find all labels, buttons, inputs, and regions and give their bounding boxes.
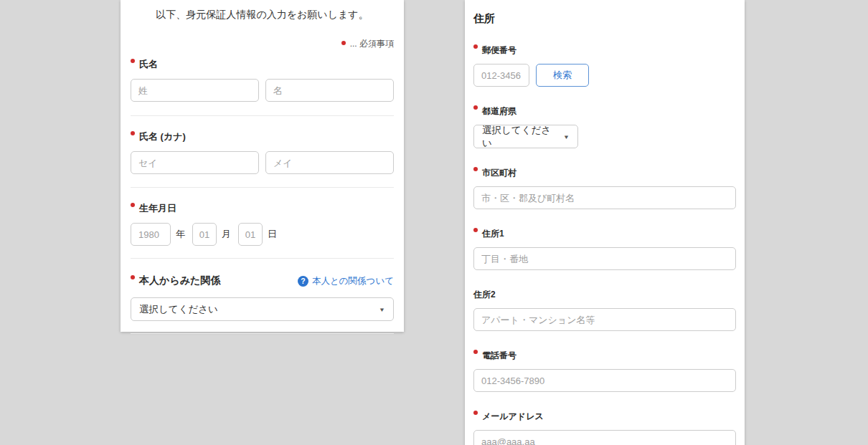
city-label: 市区町村 <box>473 167 736 179</box>
postal-code-input[interactable] <box>473 64 529 87</box>
postal-search-button[interactable]: 検索 <box>536 64 589 87</box>
phone-label: 電話番号 <box>473 350 736 362</box>
relationship-section: 本人からみた関係 ? 本人との関係ついて 選択してください ▼ <box>131 274 394 334</box>
name-kana-label: 氏名 (カナ) <box>131 130 394 143</box>
required-dot-icon <box>341 41 346 45</box>
required-dot-icon <box>131 203 135 207</box>
name-kana-section: 氏名 (カナ) <box>131 130 394 188</box>
required-dot-icon <box>473 105 478 110</box>
relationship-help-link-label: 本人との関係ついて <box>312 275 394 287</box>
required-dot-icon <box>473 411 478 415</box>
chevron-down-icon: ▼ <box>379 306 385 312</box>
address2-label: 住所2 <box>473 289 736 301</box>
address1-label: 住所1 <box>473 228 736 240</box>
postal-code-label: 郵便番号 <box>473 44 736 57</box>
email-input[interactable] <box>473 430 736 445</box>
name-kana-input-row <box>131 151 394 174</box>
first-name-kana-input[interactable] <box>265 151 394 174</box>
address2-field: 住所2 <box>473 289 736 331</box>
relationship-label: 本人からみた関係 <box>131 274 220 287</box>
last-name-kana-input[interactable] <box>131 151 259 174</box>
email-field: メールアドレス <box>473 411 736 445</box>
phone-input[interactable] <box>473 369 736 392</box>
address1-field: 住所1 <box>473 228 736 270</box>
address-form-panel: 住所 郵便番号 検索 都道府県 選択してください ▼ 市区町村 住所1 住所 <box>465 0 745 445</box>
city-input[interactable] <box>473 186 736 209</box>
prefecture-field: 都道府県 選択してください ▼ <box>473 105 736 148</box>
required-dot-icon <box>473 228 478 232</box>
birthdate-section: 生年月日 年 月 日 <box>131 202 394 259</box>
birth-day-input[interactable] <box>238 223 263 246</box>
guarantor-form-panel: 以下、身元保証人情報の入力をお願いします。 ... 必須事項 氏名 氏名 (カナ… <box>121 0 404 332</box>
relationship-header-row: 本人からみた関係 ? 本人との関係ついて <box>131 274 394 287</box>
year-unit-label: 年 <box>176 228 185 241</box>
first-name-input[interactable] <box>265 79 394 102</box>
name-section: 氏名 <box>131 58 394 116</box>
required-dot-icon <box>131 275 135 279</box>
prefecture-select-value: 選択してください <box>482 124 557 150</box>
month-unit-label: 月 <box>222 228 231 241</box>
email-label: メールアドレス <box>473 411 736 423</box>
required-dot-icon <box>473 350 478 354</box>
phone-field: 電話番号 <box>473 350 736 392</box>
birthdate-label: 生年月日 <box>131 202 394 215</box>
birth-month-input[interactable] <box>192 223 217 246</box>
required-dot-icon <box>131 59 135 63</box>
city-field: 市区町村 <box>473 167 736 209</box>
required-dot-icon <box>131 131 135 135</box>
postal-code-row: 検索 <box>473 64 736 87</box>
address2-input[interactable] <box>473 308 736 331</box>
required-note-text: ... 必須事項 <box>350 39 394 49</box>
required-note: ... 必須事項 <box>131 38 394 50</box>
required-dot-icon <box>473 167 478 171</box>
prefecture-select[interactable]: 選択してください ▼ <box>473 125 578 148</box>
last-name-input[interactable] <box>131 79 259 102</box>
relationship-select-value: 選択してください <box>139 303 218 316</box>
prefecture-label: 都道府県 <box>473 105 736 118</box>
birthdate-input-row: 年 月 日 <box>131 223 394 246</box>
address-section-heading: 住所 <box>473 12 736 26</box>
chevron-down-icon: ▼ <box>563 133 570 140</box>
address1-input[interactable] <box>473 247 736 270</box>
relationship-help-link[interactable]: ? 本人との関係ついて <box>298 275 394 287</box>
question-mark-icon: ? <box>298 276 308 287</box>
birth-year-input[interactable] <box>131 223 171 246</box>
postal-code-field: 郵便番号 検索 <box>473 44 736 87</box>
name-input-row <box>131 79 394 102</box>
required-dot-icon <box>473 44 478 49</box>
form-intro-text: 以下、身元保証人情報の入力をお願いします。 <box>131 0 394 21</box>
relationship-select[interactable]: 選択してください ▼ <box>131 297 394 321</box>
day-unit-label: 日 <box>268 228 277 241</box>
name-label: 氏名 <box>131 58 394 71</box>
